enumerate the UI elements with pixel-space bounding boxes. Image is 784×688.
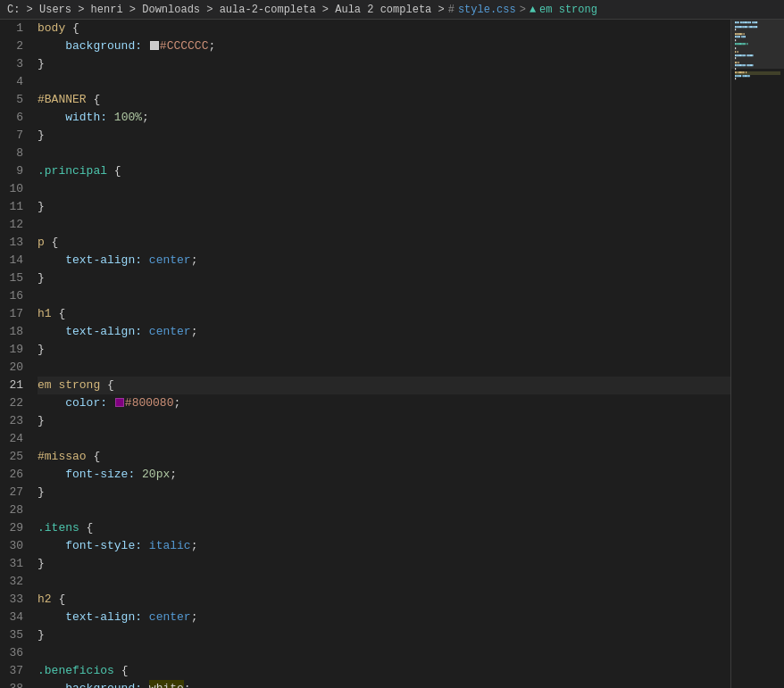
code-line-9: .principal { xyxy=(38,162,730,180)
line-number-23: 23 xyxy=(7,412,23,430)
line-number-26: 26 xyxy=(7,466,23,484)
code-line-32 xyxy=(38,573,730,591)
code-line-10 xyxy=(38,180,730,198)
code-line-17: h1 { xyxy=(38,305,730,323)
token: em xyxy=(38,377,58,394)
code-line-15: } xyxy=(38,269,730,287)
code-line-31: } xyxy=(38,555,730,573)
editor: 1234567891011121314151617181920212223242… xyxy=(0,20,784,688)
code-line-19: } xyxy=(38,341,730,359)
token: #CCCCCC xyxy=(160,37,209,55)
code-line-36 xyxy=(38,644,730,662)
token: ; xyxy=(184,680,191,688)
token: ; xyxy=(142,109,149,127)
line-number-12: 12 xyxy=(7,216,23,234)
code-line-28 xyxy=(38,501,730,519)
code-line-27: } xyxy=(38,484,730,501)
line-number-13: 13 xyxy=(7,234,23,252)
line-number-19: 19 xyxy=(7,341,23,359)
code-line-38: background: white; xyxy=(38,680,730,688)
line-number-25: 25 xyxy=(7,448,23,466)
token: } xyxy=(38,198,45,216)
line-number-1: 1 xyxy=(7,20,23,37)
color-swatch xyxy=(150,41,159,50)
token: h1 xyxy=(38,305,58,323)
breadcrumb-sep: # xyxy=(448,4,455,16)
line-number-36: 36 xyxy=(7,644,23,662)
token: background: xyxy=(38,37,149,55)
line-number-37: 37 xyxy=(7,662,23,680)
breadcrumb-file: style.css xyxy=(458,4,516,16)
line-number-22: 22 xyxy=(7,394,23,412)
code-line-3: } xyxy=(38,55,730,73)
token: #800080 xyxy=(125,394,174,412)
line-number-34: 34 xyxy=(7,609,23,626)
token: ; xyxy=(191,609,198,626)
code-line-2: background: #CCCCCC; xyxy=(38,37,730,55)
line-number-4: 4 xyxy=(7,73,23,91)
token: { xyxy=(121,662,129,680)
line-number-2: 2 xyxy=(7,37,23,55)
line-number-27: 27 xyxy=(7,484,23,501)
token: text-align: xyxy=(38,609,149,626)
token: center xyxy=(149,252,191,269)
breadcrumb-icon: ▲ xyxy=(530,4,536,16)
line-number-14: 14 xyxy=(7,252,23,269)
token: h2 xyxy=(38,591,58,609)
token: font-size: xyxy=(38,466,142,484)
line-numbers: 1234567891011121314151617181920212223242… xyxy=(0,20,34,688)
token: } xyxy=(38,412,45,430)
token: } xyxy=(38,626,45,644)
line-number-20: 20 xyxy=(7,359,23,377)
code-line-30: font-style: italic; xyxy=(38,537,730,555)
code-line-18: text-align: center; xyxy=(38,323,730,341)
code-line-7: } xyxy=(38,127,730,145)
line-number-6: 6 xyxy=(7,109,23,127)
breadcrumb-bar: C: > Users > henri > Downloads > aula-2-… xyxy=(0,0,784,20)
token: { xyxy=(58,305,65,323)
line-number-8: 8 xyxy=(7,145,23,162)
token: ; xyxy=(170,466,177,484)
token: { xyxy=(72,20,79,37)
token: { xyxy=(52,234,59,252)
token: italic xyxy=(149,537,191,555)
token: color: xyxy=(38,394,114,412)
token: body xyxy=(38,20,72,37)
token: ; xyxy=(191,252,198,269)
line-number-21: 21 xyxy=(7,377,23,394)
line-number-7: 7 xyxy=(7,127,23,145)
code-line-23: } xyxy=(38,412,730,430)
code-line-5: #BANNER { xyxy=(38,91,730,109)
token: center xyxy=(149,609,191,626)
code-line-34: text-align: center; xyxy=(38,609,730,626)
token: font-style: xyxy=(38,537,149,555)
code-line-26: font-size: 20px; xyxy=(38,466,730,484)
line-number-10: 10 xyxy=(7,180,23,198)
token: 100% xyxy=(114,109,142,127)
token: { xyxy=(58,591,65,609)
token: ; xyxy=(191,537,198,555)
line-number-16: 16 xyxy=(7,287,23,305)
token: } xyxy=(38,269,45,287)
token: #BANNER xyxy=(38,91,93,109)
token: } xyxy=(38,484,45,501)
token: ; xyxy=(173,394,180,412)
token: .beneficios xyxy=(38,662,121,680)
token: } xyxy=(38,341,45,359)
token: { xyxy=(93,91,100,109)
line-number-28: 28 xyxy=(7,501,23,519)
code-line-35: } xyxy=(38,626,730,644)
line-number-15: 15 xyxy=(7,269,23,287)
breadcrumb-sep2: > xyxy=(520,4,526,16)
code-line-8 xyxy=(38,145,730,162)
code-area[interactable]: body { background: #CCCCCC;} #BANNER { w… xyxy=(34,20,730,688)
token: center xyxy=(149,323,191,341)
code-line-22: color: #800080; xyxy=(38,394,730,412)
code-line-24 xyxy=(38,430,730,448)
line-number-5: 5 xyxy=(7,91,23,109)
code-line-4 xyxy=(38,73,730,91)
token: ; xyxy=(191,323,198,341)
line-number-31: 31 xyxy=(7,555,23,573)
code-line-29: .itens { xyxy=(38,519,730,537)
line-number-33: 33 xyxy=(7,591,23,609)
